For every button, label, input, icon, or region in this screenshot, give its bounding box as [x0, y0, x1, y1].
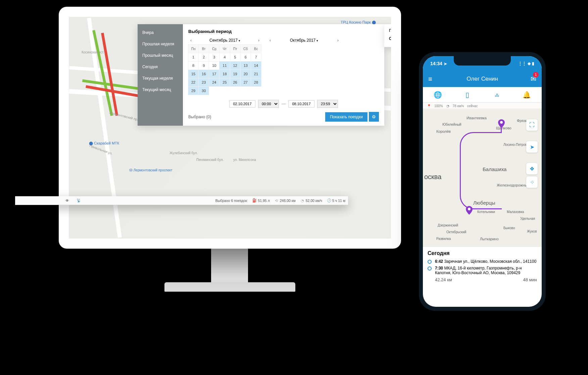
street-label: ул. Михелсона	[233, 158, 256, 162]
wifi-icon: ◈	[528, 61, 531, 66]
distance-icon: ⟲	[275, 199, 279, 203]
calendar-right: ‹ Октябрь 2017▾ ›	[267, 38, 341, 95]
month-label[interactable]: Октябрь 2017▾	[273, 38, 335, 43]
date-to-input[interactable]	[288, 100, 314, 108]
map-locate-icon[interactable]: ➤	[526, 141, 538, 153]
signal-icon: ⋮⋮	[518, 61, 526, 66]
notification-badge: 1	[533, 72, 539, 78]
params-panel: ✕ Параметры: Способ раскраски:	[384, 24, 391, 47]
preset-today[interactable]: Сегодня	[138, 61, 183, 73]
city-label: Дзержинский	[438, 223, 458, 227]
svg-point-0	[500, 121, 503, 124]
city-label: Развилка	[436, 237, 451, 241]
preset-last-week[interactable]: Прошлая неделя	[138, 38, 183, 50]
app-header: ≡ Олег Сенин ✉ 1	[423, 71, 542, 87]
city-label: Лыткарино	[480, 237, 499, 241]
prev-month-icon[interactable]: ‹	[267, 38, 273, 43]
params-title: Параметры:	[389, 28, 391, 33]
city-label: Юбилейный	[442, 123, 461, 126]
date-from-input[interactable]	[229, 100, 255, 108]
city-label: Жуков	[527, 230, 537, 233]
trips-header: 👁 📡 Выбрано 6 поездок: ⛽51.95 л ⟲246.00 …	[15, 196, 348, 205]
next-month-icon[interactable]: ›	[335, 38, 341, 43]
city-label: Малаховка	[507, 210, 524, 214]
street-label: Лермонтовский пр.	[109, 111, 139, 122]
city-label: Быково	[503, 226, 515, 230]
speed-icon: ◔	[300, 199, 304, 203]
time-from-select[interactable]: 00:00	[258, 100, 279, 108]
user-name: Олег Сенин	[423, 76, 542, 82]
selected-trips-label: Выбрано 6 поездок:	[215, 199, 248, 203]
clock-icon: 🕑	[327, 198, 331, 203]
show-trips-button[interactable]: Показать поездки	[325, 112, 368, 122]
monitor-stand-base	[164, 282, 295, 292]
map-pin-end[interactable]	[466, 206, 473, 215]
map-fit-icon[interactable]: ⛶	[526, 119, 538, 131]
street-label: Косинская эст.	[82, 50, 104, 54]
tab-route[interactable]: ஃ	[482, 87, 512, 102]
svg-point-1	[468, 208, 471, 210]
tab-list[interactable]: ▯	[453, 87, 483, 102]
trip-dot-icon	[428, 260, 432, 264]
map-settings-icon[interactable]: ⁘	[526, 176, 538, 188]
city-label: Котельники	[477, 210, 495, 214]
tab-bar: 🌐 ▯ ஃ 🔔	[423, 87, 542, 102]
color-mode-title: Способ раскраски:	[389, 36, 391, 41]
metro-station[interactable]: Ⓜ Лермонтовский проспект	[129, 168, 173, 173]
trip-dot-icon	[428, 266, 432, 270]
picker-presets: Вчера Прошлая неделя Прошлый месяц Сегод…	[138, 24, 183, 126]
mobile-phone: 14:34 ➤ ⋮⋮ ◈ ▮ ≡ Олег Сенин ✉ 1 🌐 ▯ ஃ 🔔 …	[419, 52, 546, 311]
street-label: Привольная ул.	[89, 144, 113, 156]
eye-icon[interactable]: 👁	[61, 199, 73, 203]
desktop-monitor: Косинская эст. Лермонтовский пр. Приволь…	[59, 7, 401, 249]
preset-last-month[interactable]: Прошлый месяц	[138, 50, 183, 61]
phone-screen: 14:34 ➤ ⋮⋮ ◈ ▮ ≡ Олег Сенин ✉ 1 🌐 ▯ ஃ 🔔 …	[423, 56, 542, 307]
gear-icon[interactable]: ⚙	[369, 112, 379, 122]
map-poi[interactable]: ⬤ Скарабей МТК	[89, 141, 119, 145]
satellite-icon[interactable]: 📡	[73, 198, 84, 203]
trips-table: 👁 📡 Выбрано 6 поездок: ⛽51.95 л ⟲246.00 …	[15, 196, 348, 205]
fuel-icon: ⛽	[252, 198, 256, 203]
battery-icon: ▮	[532, 61, 534, 66]
map-pin-start[interactable]	[498, 119, 505, 128]
preset-this-month[interactable]: Текущий месяц	[138, 84, 183, 95]
city-label: Фрязи	[517, 119, 528, 123]
preset-this-week[interactable]: Текущая неделя	[138, 73, 183, 84]
tab-globe[interactable]: 🌐	[423, 87, 453, 102]
map-layers-icon[interactable]: ❖	[526, 163, 538, 174]
today-heading: Сегодня	[428, 250, 537, 256]
street-label: Пенякинский бул.	[196, 158, 224, 162]
preset-yesterday[interactable]: Вчера	[138, 27, 183, 38]
speed-dial-icon: ◔	[446, 104, 449, 108]
city-label: Королёв	[436, 129, 451, 133]
trip-end[interactable]: 7:30 МКАД, 16-й километр, Газпромнефть, …	[428, 266, 537, 275]
monitor-stand-neck	[211, 249, 248, 286]
prev-month-icon[interactable]: ‹	[188, 38, 194, 43]
location-icon: ➤	[444, 61, 447, 66]
month-label[interactable]: Сентябрь 2017▾	[194, 38, 256, 43]
city-label: Ивантеевка	[467, 116, 487, 120]
next-month-icon[interactable]: ›	[256, 38, 261, 43]
trip-start[interactable]: 6:42 Заречная ул., Щёлково, Московская о…	[428, 259, 537, 264]
location-pin-icon: 📍	[427, 104, 431, 108]
selected-count: Выбрано {0}	[188, 115, 325, 119]
picker-title: Выбранный период	[188, 29, 379, 34]
range-dash: —	[282, 101, 286, 106]
calendar-grid[interactable]: ПнВтСрЧтПтСбВс12345678910111213141516171…	[188, 45, 261, 95]
calendar-left: ‹ Сентябрь 2017▾ › ПнВтСрЧтПтСбВс1234567…	[188, 38, 261, 95]
time-to-select[interactable]: 23:59	[317, 100, 338, 108]
monitor-screen: Косинская эст. Лермонтовский пр. Приволь…	[69, 17, 391, 239]
date-range-picker: Вчера Прошлая неделя Прошлый месяц Сегод…	[138, 24, 384, 126]
trip-distance: 42.24 км	[435, 277, 452, 282]
trip-duration: 48 мин	[523, 277, 537, 282]
city-label: Удельная	[520, 217, 535, 220]
trip-summary-panel: Сегодня 6:42 Заречная ул., Щёлково, Моск…	[423, 247, 542, 286]
phone-notch	[454, 56, 511, 66]
street-label: Жулебинский бул.	[169, 151, 198, 155]
tab-bell[interactable]: 🔔	[512, 87, 542, 102]
phone-map[interactable]: 📍 100% ◔ 78 км/ч сейчас осква Балашиха Л…	[423, 102, 542, 247]
city-label: Октябрьский	[446, 230, 466, 234]
city-moscow: осква	[424, 173, 441, 181]
